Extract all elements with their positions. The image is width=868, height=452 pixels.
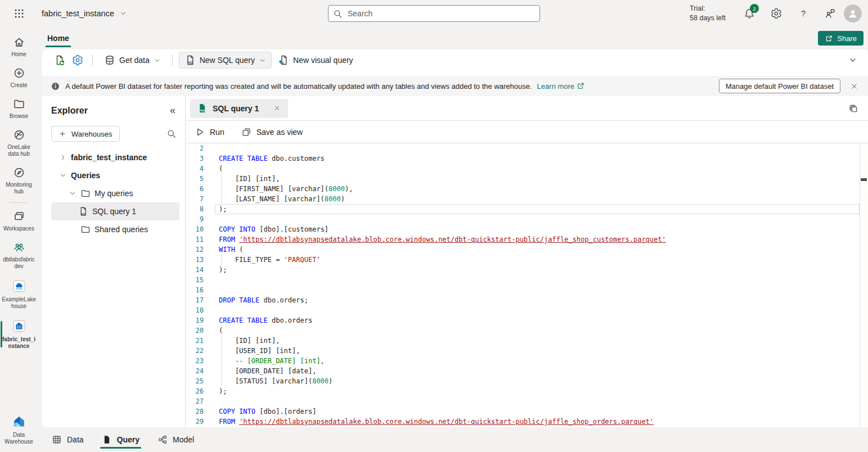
sql-code-editor[interactable]: 23CREATE TABLE dbo.customers4(5 [ID] [in… bbox=[186, 143, 868, 427]
code-line-14[interactable]: 14); bbox=[186, 265, 868, 275]
feedback-button[interactable] bbox=[817, 0, 844, 27]
rail-item-fabric-test-instance[interactable]: fabric_test_instance bbox=[0, 314, 38, 354]
learn-more-link[interactable]: Learn more bbox=[537, 82, 584, 91]
notifications-button[interactable]: 2 bbox=[736, 0, 763, 27]
help-button[interactable]: ? bbox=[790, 0, 817, 27]
onelake-icon bbox=[13, 129, 25, 141]
collapse-ribbon-button[interactable] bbox=[845, 53, 860, 67]
tree-item-fabric-test-instance[interactable]: fabric_test_instance bbox=[51, 148, 179, 166]
code-line-23[interactable]: 23 -- [ORDER_DATE] [int], bbox=[186, 356, 868, 366]
line-number: 19 bbox=[186, 315, 204, 326]
code-line-24[interactable]: 24 [ORDER_DATE] [date], bbox=[186, 366, 868, 376]
line-number: 21 bbox=[186, 336, 204, 346]
search-icon bbox=[333, 9, 343, 19]
rail-item-data-warehouse[interactable]: Data Warehouse bbox=[0, 410, 38, 450]
explorer-panel: Explorer « Warehouses fabric_test_instan… bbox=[42, 96, 186, 427]
collapse-panel-icon[interactable]: « bbox=[166, 104, 179, 117]
tree-item-queries[interactable]: Queries bbox=[51, 166, 179, 184]
copy-button[interactable] bbox=[845, 101, 861, 116]
app-launcher-icon[interactable] bbox=[14, 8, 25, 19]
manage-dataset-button[interactable]: Manage default Power BI dataset bbox=[719, 79, 840, 93]
code-text: [ID] [int], bbox=[219, 174, 280, 184]
code-line-4[interactable]: 4( bbox=[186, 164, 868, 174]
code-line-7[interactable]: 7 [LAST_NAME] [varchar](8000) bbox=[186, 194, 868, 204]
tab-sql-query-1[interactable]: SQL SQL query 1 bbox=[190, 99, 288, 118]
global-search[interactable] bbox=[328, 5, 540, 22]
code-line-18[interactable]: 18 bbox=[186, 305, 868, 315]
code-line-9[interactable]: 9 bbox=[186, 214, 868, 224]
code-line-22[interactable]: 22 [USER_ID] [int], bbox=[186, 346, 868, 356]
code-line-10[interactable]: 10COPY INTO [dbo].[customers] bbox=[186, 224, 868, 234]
code-line-12[interactable]: 12WITH ( bbox=[186, 245, 868, 255]
tree-item-sql-query-1[interactable]: SQLSQL query 1 bbox=[51, 202, 179, 220]
code-line-19[interactable]: 19CREATE TABLE dbo.orders bbox=[186, 315, 868, 326]
line-number: 11 bbox=[186, 234, 204, 245]
rail-item-browse[interactable]: Browse bbox=[0, 93, 38, 124]
explorer-tree: fabric_test_instanceQueriesMy queriesSQL… bbox=[51, 148, 179, 238]
view-tab-data[interactable]: Data bbox=[52, 427, 84, 452]
share-button[interactable]: Share bbox=[818, 31, 863, 46]
code-line-28[interactable]: 28COPY INTO [dbo].[orders] bbox=[186, 406, 868, 417]
chevron-right-icon[interactable] bbox=[59, 153, 67, 161]
top-app-bar: fabric_test_instance Trial: 58 days left… bbox=[0, 0, 868, 27]
rail-item-label: ExampleLakehouse bbox=[2, 296, 37, 310]
line-number: 25 bbox=[186, 376, 204, 386]
code-line-3[interactable]: 3CREATE TABLE dbo.customers bbox=[186, 153, 868, 164]
scroll-marker bbox=[861, 178, 867, 181]
code-line-17[interactable]: 17DROP TABLE dbo.orders; bbox=[186, 295, 868, 305]
code-line-13[interactable]: 13 FILE_TYPE = 'PARQUET' bbox=[186, 255, 868, 265]
query-editor: SQL SQL query 1 Run Save a bbox=[186, 96, 868, 427]
code-line-25[interactable]: 25 [STATUS] [varchar](8000) bbox=[186, 376, 868, 386]
line-number: 5 bbox=[186, 174, 204, 184]
code-line-2[interactable]: 2 bbox=[186, 143, 868, 153]
chevron-spacer bbox=[69, 225, 77, 233]
code-line-11[interactable]: 11FROM 'https://dbtlabsynapsedatalake.bl… bbox=[186, 234, 868, 245]
code-line-29[interactable]: 29FROM 'https://dbtlabsynapsedatalake.bl… bbox=[186, 417, 868, 427]
code-line-5[interactable]: 5 [ID] [int], bbox=[186, 174, 868, 184]
tree-item-shared-queries[interactable]: Shared queries bbox=[51, 220, 179, 238]
chevron-down-icon[interactable] bbox=[69, 189, 77, 197]
get-data-button[interactable]: Get data bbox=[99, 52, 166, 69]
code-text: DROP TABLE dbo.orders; bbox=[219, 295, 308, 305]
line-number: 2 bbox=[186, 143, 204, 153]
add-warehouses-button[interactable]: Warehouses bbox=[51, 126, 120, 142]
refresh-button[interactable] bbox=[51, 52, 68, 69]
line-number: 27 bbox=[186, 396, 204, 406]
tree-item-my-queries[interactable]: My queries bbox=[51, 184, 179, 202]
code-line-26[interactable]: 26); bbox=[186, 386, 868, 396]
code-line-15[interactable]: 15 bbox=[186, 275, 868, 285]
save-as-view-button[interactable]: Save as view bbox=[241, 127, 303, 137]
info-icon bbox=[51, 82, 60, 91]
rail-item-create[interactable]: Create bbox=[0, 62, 38, 93]
explorer-search-button[interactable] bbox=[164, 126, 179, 142]
sql-file-green-icon: SQL bbox=[197, 103, 208, 114]
line-number: 24 bbox=[186, 366, 204, 376]
rail-item-workspaces[interactable]: Workspaces bbox=[0, 206, 38, 237]
code-line-27[interactable]: 27 bbox=[186, 396, 868, 406]
code-line-8[interactable]: 8); bbox=[186, 204, 868, 214]
rail-item-monitoring-hub[interactable]: Monitoring hub bbox=[0, 162, 38, 200]
code-line-20[interactable]: 20( bbox=[186, 326, 868, 336]
warehouse-settings-button[interactable] bbox=[69, 52, 86, 69]
settings-button[interactable] bbox=[763, 0, 790, 27]
banner-close-button[interactable] bbox=[845, 78, 862, 94]
view-tab-query[interactable]: Query bbox=[102, 427, 140, 452]
code-line-6[interactable]: 6 [FIRST_NAME] [varchar](8000), bbox=[186, 184, 868, 194]
rail-item-home[interactable]: Home bbox=[0, 31, 38, 62]
view-tab-model[interactable]: Model bbox=[158, 427, 194, 452]
code-line-16[interactable]: 16 bbox=[186, 285, 868, 295]
tab-close-button[interactable] bbox=[270, 102, 284, 115]
editor-scrollbar[interactable] bbox=[860, 143, 868, 427]
rail-item-dbtlabsfabricdev[interactable]: dbtlabsfabricdev bbox=[0, 237, 38, 274]
chevron-down-icon[interactable] bbox=[59, 171, 67, 179]
account-avatar[interactable] bbox=[844, 4, 862, 22]
tab-home[interactable]: Home bbox=[46, 30, 71, 47]
new-visual-query-button[interactable]: New visual query bbox=[273, 52, 358, 69]
rail-item-examplelakehouse[interactable]: ExampleLakehouse bbox=[0, 274, 38, 314]
run-button[interactable]: Run bbox=[195, 127, 224, 137]
code-line-21[interactable]: 21 [ID] [int], bbox=[186, 336, 868, 346]
search-input[interactable] bbox=[348, 9, 535, 18]
rail-item-onelake-data-hub[interactable]: OneLake data hub bbox=[0, 124, 38, 162]
new-sql-query-button[interactable]: SQL New SQL query bbox=[179, 52, 272, 69]
workspace-switcher[interactable]: fabric_test_instance bbox=[42, 9, 127, 18]
